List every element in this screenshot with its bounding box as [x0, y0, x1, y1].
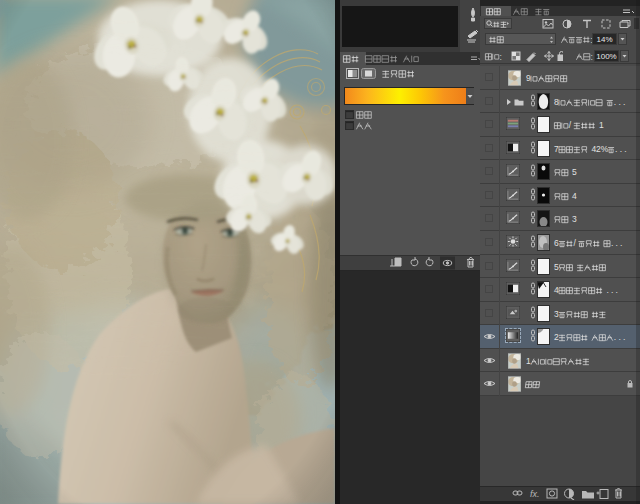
svg-text:.: .	[620, 144, 622, 154]
svg-text:.: .	[616, 285, 618, 295]
svg-text:.: .	[618, 97, 620, 107]
svg-text:/: /	[573, 238, 576, 248]
svg-text:8: 8	[554, 97, 559, 107]
svg-text:/: /	[569, 120, 572, 130]
svg-text:7: 7	[554, 144, 559, 154]
svg-text::: :	[500, 52, 502, 62]
svg-text:4: 4	[554, 285, 559, 295]
svg-text:fx.: fx.	[530, 489, 540, 499]
svg-text:.: .	[616, 238, 618, 248]
svg-text:.: .	[606, 285, 608, 295]
svg-text:%: %	[601, 144, 609, 154]
svg-text:5: 5	[554, 262, 559, 272]
svg-text::: :	[591, 52, 593, 62]
svg-text:.: .	[614, 97, 616, 107]
svg-text:2: 2	[554, 333, 559, 343]
svg-text:9: 9	[526, 73, 531, 83]
svg-text:3: 3	[572, 215, 577, 225]
svg-text:3: 3	[554, 309, 559, 319]
svg-text:.: .	[620, 238, 622, 248]
svg-text:5: 5	[572, 168, 577, 178]
svg-text:1: 1	[526, 356, 531, 366]
svg-text:6: 6	[554, 238, 559, 248]
svg-text:1: 1	[599, 120, 604, 130]
svg-text:.: .	[611, 238, 613, 248]
svg-text:.: .	[623, 333, 625, 343]
svg-text:.: .	[614, 333, 616, 343]
svg-text:.: .	[623, 97, 625, 107]
svg-text:4: 4	[572, 191, 577, 201]
svg-text:.: .	[624, 144, 626, 154]
svg-text:.: .	[618, 333, 620, 343]
svg-text:.: .	[615, 144, 617, 154]
svg-text:.: .	[611, 285, 613, 295]
